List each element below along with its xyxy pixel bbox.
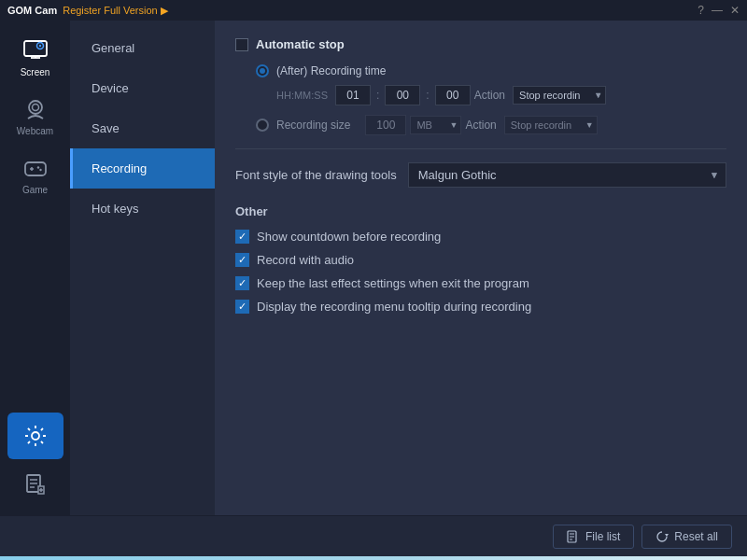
- action-select-1[interactable]: Stop recordin Save and stop Pause: [513, 86, 606, 105]
- svg-point-4: [38, 45, 40, 47]
- nav-item-general[interactable]: General: [70, 28, 215, 68]
- sidebar-item-screen-label: Screen: [21, 67, 50, 77]
- other-section: Other Show countdown before recording Re…: [235, 204, 726, 314]
- option-countdown-checkbox[interactable]: [235, 230, 249, 244]
- option-tooltip-label: Display the recording menu tooltip durin…: [257, 300, 531, 314]
- size-input[interactable]: [365, 115, 406, 135]
- recording-time-label: (After) Recording time: [276, 64, 386, 77]
- content-area: Automatic stop (After) Recording time HH…: [215, 21, 747, 515]
- hh-input[interactable]: [335, 85, 371, 105]
- bottom-bar: File list Reset all: [0, 515, 747, 556]
- option-audio-row: Record with audio: [235, 253, 726, 267]
- title-bar-left: GOM Cam Register Full Version ▶: [7, 5, 168, 17]
- file-list-button[interactable]: File list: [553, 525, 634, 549]
- register-link[interactable]: Register Full Version ▶: [63, 5, 168, 17]
- unit-select[interactable]: MB GB: [410, 116, 461, 134]
- recording-size-row: Recording size MB GB Action Stop recordi…: [256, 115, 726, 135]
- ad-banner[interactable]: 🎵 ✂️ GOMLab Producing the Next Generatio…: [0, 556, 747, 560]
- sidebar-item-screen[interactable]: Screen: [0, 28, 70, 87]
- ss-input[interactable]: [435, 85, 471, 105]
- file-list-label: File list: [585, 530, 620, 543]
- option-audio-checkbox[interactable]: [235, 253, 249, 267]
- option-effects-label: Keep the last effect settings when exit …: [257, 276, 529, 290]
- action-select-wrapper-2: Stop recordin Save and stop: [504, 116, 598, 134]
- option-audio-label: Record with audio: [257, 253, 354, 267]
- svg-rect-7: [25, 162, 46, 175]
- svg-point-12: [32, 432, 39, 440]
- svg-rect-0: [24, 41, 47, 56]
- font-style-row: Font style of the drawing tools Malgun G…: [235, 162, 726, 188]
- option-tooltip-checkbox[interactable]: [235, 300, 249, 314]
- automatic-stop-section: Automatic stop: [235, 37, 726, 51]
- settings-button[interactable]: [7, 413, 63, 459]
- svg-point-5: [29, 101, 42, 114]
- close-button[interactable]: ✕: [730, 4, 740, 17]
- action-select-2[interactable]: Stop recordin Save and stop: [504, 116, 598, 134]
- font-select[interactable]: Malgun Gothic Arial Segoe UI Tahoma Verd…: [408, 162, 726, 188]
- other-title: Other: [235, 204, 726, 218]
- icon-sidebar: Screen Webcam Game: [0, 21, 70, 515]
- reset-all-button[interactable]: Reset all: [641, 525, 732, 549]
- svg-marker-23: [665, 534, 669, 537]
- option-countdown-label: Show countdown before recording: [257, 230, 441, 244]
- sidebar-item-game[interactable]: Game: [0, 146, 70, 204]
- recording-size-radio-row: Recording size MB GB Action Stop recordi…: [256, 115, 726, 135]
- title-bar-controls: ? — ✕: [698, 4, 740, 17]
- filelist-sidebar-button[interactable]: [7, 461, 63, 508]
- nav-item-save[interactable]: Save: [70, 108, 215, 148]
- svg-point-10: [36, 166, 38, 168]
- recording-time-radio[interactable]: [256, 64, 269, 77]
- svg-point-11: [39, 169, 41, 171]
- recording-time-radio-row: (After) Recording time: [256, 64, 726, 77]
- mm-input[interactable]: [385, 85, 420, 105]
- option-tooltip-row: Display the recording menu tooltip durin…: [235, 300, 726, 314]
- automatic-stop-title: Automatic stop: [256, 37, 345, 51]
- font-style-label: Font style of the drawing tools: [235, 168, 397, 182]
- reset-all-label: Reset all: [674, 530, 718, 543]
- font-select-wrapper: Malgun Gothic Arial Segoe UI Tahoma Verd…: [408, 162, 726, 188]
- hhmmss-label: HH:MM:SS: [276, 90, 328, 101]
- option-countdown-row: Show countdown before recording: [235, 230, 726, 244]
- help-button[interactable]: ?: [698, 4, 704, 17]
- automatic-stop-checkbox[interactable]: [235, 38, 248, 51]
- option-effects-row: Keep the last effect settings when exit …: [235, 276, 726, 290]
- nav-item-hotkeys[interactable]: Hot keys: [70, 189, 215, 229]
- app-name: GOM Cam: [7, 5, 57, 16]
- unit-select-wrapper: MB GB: [410, 116, 461, 134]
- nav-menu: General Device Save Recording Hot keys: [70, 21, 215, 515]
- recording-time-row: (After) Recording time HH:MM:SS : : Acti…: [256, 64, 726, 105]
- minimize-button[interactable]: —: [712, 4, 723, 17]
- nav-item-recording[interactable]: Recording: [70, 148, 215, 189]
- file-list-icon: [567, 530, 580, 543]
- recording-size-radio[interactable]: [256, 119, 269, 132]
- action-label-2: Action: [465, 119, 496, 132]
- sidebar-item-game-label: Game: [22, 185, 48, 195]
- title-bar: GOM Cam Register Full Version ▶ ? — ✕: [0, 0, 747, 21]
- reset-icon: [655, 530, 669, 543]
- action-label-1: Action: [474, 89, 505, 102]
- divider-1: [235, 148, 726, 149]
- svg-point-6: [32, 105, 38, 111]
- nav-item-device[interactable]: Device: [70, 68, 215, 108]
- sidebar-item-webcam[interactable]: Webcam: [0, 87, 70, 146]
- action-select-wrapper-1: Stop recordin Save and stop Pause ▼: [513, 86, 606, 105]
- main-container: Screen Webcam Game: [0, 21, 747, 515]
- recording-size-label: Recording size: [276, 119, 350, 132]
- sidebar-item-webcam-label: Webcam: [17, 126, 53, 136]
- option-effects-checkbox[interactable]: [235, 276, 249, 290]
